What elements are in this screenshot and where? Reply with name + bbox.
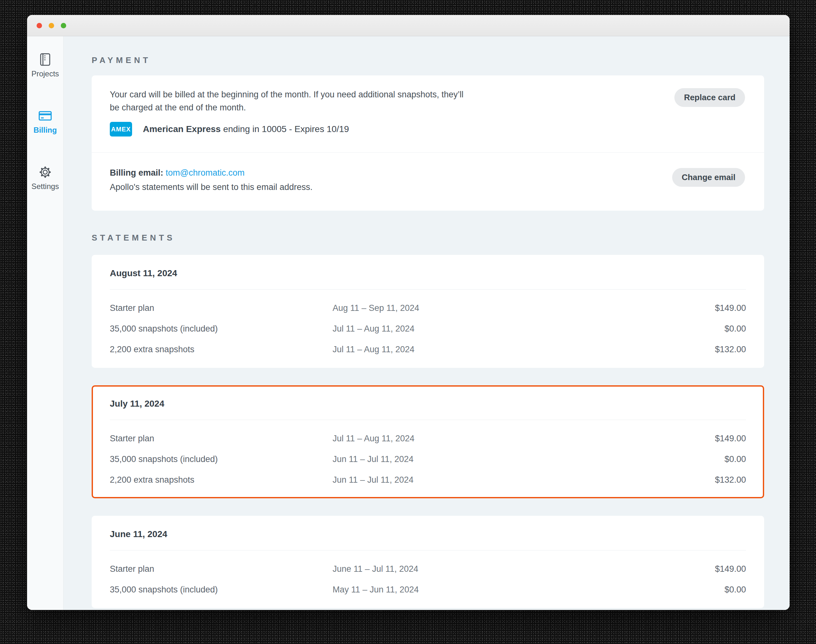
minimize-button[interactable] <box>49 23 54 28</box>
statement-date: July 11, 2024 <box>110 399 746 409</box>
traffic-lights <box>27 23 66 28</box>
sidebar-item-label: Projects <box>32 69 59 78</box>
statement-card-august[interactable]: August 11, 2024 Starter plan Aug 11 – Se… <box>92 255 764 368</box>
app-body: Projects Billing <box>27 36 790 610</box>
billing-email-line: Billing email: tom@chromatic.com <box>110 168 313 178</box>
statement-row: 2,200 extra snapshots Jul 11 – Aug 11, 2… <box>110 339 746 360</box>
statements-section-heading: STATEMENTS <box>92 233 764 243</box>
settings-icon <box>38 165 52 179</box>
statement-card-july-selected[interactable]: July 11, 2024 Starter plan Jul 11 – Aug … <box>92 385 764 498</box>
billing-email-link[interactable]: tom@chromatic.com <box>166 168 245 178</box>
billing-email-note: Apollo's statements will be sent to this… <box>110 182 313 192</box>
sidebar-item-label: Settings <box>32 182 59 191</box>
statement-divider <box>110 289 746 290</box>
statement-row: 35,000 snapshots (included) May 11 – Jun… <box>110 580 746 600</box>
sidebar-item-settings[interactable]: Settings <box>32 165 59 191</box>
statement-row: Starter plan Aug 11 – Sep 11, 2024 $149.… <box>110 298 746 319</box>
replace-card-button[interactable]: Replace card <box>674 88 745 107</box>
payment-panel: Your card will be billed at the beginnin… <box>92 75 764 211</box>
change-email-button[interactable]: Change email <box>672 168 745 187</box>
billing-icon <box>38 109 52 123</box>
card-description: American Express ending in 10005 - Expir… <box>143 124 349 134</box>
sidebar-item-label: Billing <box>34 126 57 135</box>
projects-icon <box>39 52 51 67</box>
statement-rows: Starter plan Jul 11 – Aug 11, 2024 $149.… <box>110 428 746 490</box>
sidebar-item-billing[interactable]: Billing <box>34 109 57 135</box>
billing-email-info: Billing email: tom@chromatic.com Apollo'… <box>110 168 313 192</box>
statement-row: 2,200 extra snapshots Jun 11 – Jul 11, 2… <box>110 470 746 490</box>
card-info: Your card will be billed at the beginnin… <box>110 88 463 136</box>
app-window: Projects Billing <box>27 15 790 610</box>
statement-date: August 11, 2024 <box>110 268 746 278</box>
statement-row: Starter plan June 11 – Jul 11, 2024 $149… <box>110 559 746 580</box>
zoom-button[interactable] <box>61 23 66 28</box>
statement-card-june[interactable]: June 11, 2024 Starter plan June 11 – Jul… <box>92 516 764 608</box>
payment-section-heading: PAYMENT <box>92 55 764 65</box>
statement-date: June 11, 2024 <box>110 529 746 539</box>
statement-divider <box>110 420 746 420</box>
sidebar-item-projects[interactable]: Projects <box>32 52 59 78</box>
window-titlebar <box>27 15 790 36</box>
statement-rows: Starter plan Aug 11 – Sep 11, 2024 $149.… <box>110 298 746 360</box>
sidebar: Projects Billing <box>27 36 64 610</box>
billing-note: Your card will be billed at the beginnin… <box>110 88 463 114</box>
statement-row: Starter plan Jul 11 – Aug 11, 2024 $149.… <box>110 428 746 449</box>
amex-card-icon: AMEX <box>110 122 132 136</box>
statement-row: 35,000 snapshots (included) Jul 11 – Aug… <box>110 319 746 339</box>
billing-email-section: Billing email: tom@chromatic.com Apollo'… <box>92 153 764 211</box>
statement-divider <box>110 550 746 550</box>
statement-rows: Starter plan June 11 – Jul 11, 2024 $149… <box>110 559 746 600</box>
statement-row: 35,000 snapshots (included) Jun 11 – Jul… <box>110 449 746 470</box>
card-info-section: Your card will be billed at the beginnin… <box>92 75 764 152</box>
card-row: AMEX American Express ending in 10005 - … <box>110 122 463 136</box>
close-button[interactable] <box>37 23 42 28</box>
billing-page: PAYMENT Your card will be billed at the … <box>64 36 790 610</box>
